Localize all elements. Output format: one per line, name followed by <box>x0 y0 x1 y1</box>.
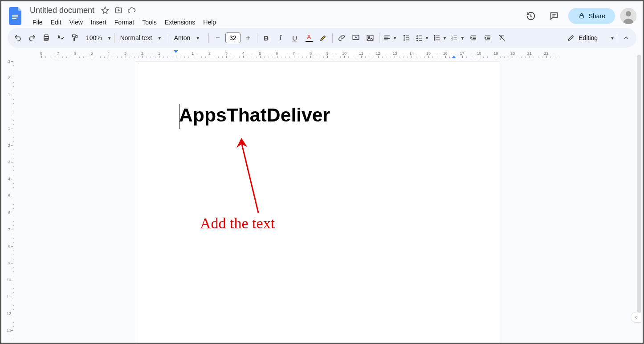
document-text[interactable]: AppsThatDeliver <box>179 104 456 126</box>
vertical-ruler[interactable]: 3211234567891011121314 <box>1 50 16 343</box>
menu-edit[interactable]: Edit <box>47 17 65 28</box>
font-dropdown[interactable]: Anton▼ <box>171 34 206 41</box>
svg-rect-1 <box>12 16 18 17</box>
move-icon[interactable] <box>114 6 123 15</box>
svg-rect-7 <box>45 35 48 36</box>
bullet-list-button[interactable]: ▼ <box>432 31 448 45</box>
menu-insert[interactable]: Insert <box>87 17 110 28</box>
doc-title[interactable]: Untitled document <box>28 5 96 16</box>
style-dropdown[interactable]: Normal text▼ <box>117 34 166 41</box>
align-button[interactable]: ▼ <box>382 31 399 45</box>
cloud-status-icon[interactable] <box>127 6 136 15</box>
menu-view[interactable]: View <box>66 17 86 28</box>
fontsize-input[interactable]: 32 <box>225 32 240 43</box>
header: Untitled document File Edit View Insert … <box>1 1 643 28</box>
bold-button[interactable]: B <box>260 31 273 45</box>
separator <box>168 33 168 43</box>
document-page[interactable]: AppsThatDeliver <box>136 61 499 343</box>
scrollbar-thumb[interactable] <box>637 55 641 313</box>
share-label: Share <box>589 12 605 20</box>
svg-point-15 <box>434 39 435 40</box>
redo-button[interactable] <box>25 31 39 45</box>
annotation-text: Add the text <box>200 215 275 232</box>
share-button[interactable]: Share <box>568 8 615 24</box>
spellcheck-button[interactable] <box>54 31 67 45</box>
horizontal-ruler[interactable]: 8765432112345678910111213141516171819202… <box>16 50 643 58</box>
side-panel-toggle-button[interactable] <box>631 312 641 323</box>
fontsize-increase-button[interactable] <box>241 31 255 45</box>
indent-increase-button[interactable] <box>481 31 494 45</box>
font-value: Anton <box>171 34 194 41</box>
italic-button[interactable]: I <box>274 31 287 45</box>
separator <box>257 33 257 43</box>
svg-rect-3 <box>580 16 583 18</box>
svg-point-14 <box>434 37 435 38</box>
numbered-list-button[interactable]: 123▼ <box>449 31 466 45</box>
avatar[interactable] <box>620 8 636 24</box>
paint-format-button[interactable] <box>68 31 82 45</box>
star-icon[interactable] <box>101 6 110 15</box>
svg-text:3: 3 <box>452 38 453 41</box>
menu-file[interactable]: File <box>29 17 46 28</box>
svg-rect-9 <box>73 35 76 37</box>
editing-mode-dropdown[interactable]: Editing ▼ <box>567 34 615 42</box>
workspace: 3211234567891011121314 87654321123456789… <box>1 50 643 343</box>
fontsize-decrease-button[interactable] <box>211 31 224 45</box>
add-comment-button[interactable] <box>349 31 363 45</box>
annotation-arrow-icon <box>234 137 269 217</box>
zoom-value: 100% <box>82 34 106 41</box>
history-icon[interactable] <box>522 7 540 25</box>
collapse-toolbar-button[interactable] <box>620 31 633 45</box>
highlight-button[interactable] <box>317 31 330 45</box>
menu-tools[interactable]: Tools <box>139 17 160 28</box>
comments-icon[interactable] <box>545 7 563 25</box>
vertical-scrollbar[interactable] <box>637 55 641 313</box>
clear-format-button[interactable] <box>495 31 509 45</box>
menu-help[interactable]: Help <box>200 17 220 28</box>
checklist-button[interactable]: ▼ <box>414 31 431 45</box>
svg-rect-2 <box>12 18 16 19</box>
editing-label: Editing <box>575 34 601 41</box>
separator <box>332 33 333 43</box>
svg-point-5 <box>626 11 631 16</box>
menu-bar: File Edit View Insert Format Tools Exten… <box>28 17 522 28</box>
style-value: Normal text <box>117 34 156 41</box>
separator <box>208 33 209 43</box>
text-color-button[interactable]: A <box>302 31 316 45</box>
svg-rect-0 <box>12 15 18 16</box>
separator <box>114 33 114 43</box>
menu-extensions[interactable]: Extensions <box>161 17 199 28</box>
zoom-dropdown[interactable]: 100%▼ <box>82 34 112 41</box>
svg-rect-11 <box>367 35 373 40</box>
svg-point-13 <box>434 35 435 36</box>
undo-button[interactable] <box>11 31 24 45</box>
canvas-area: 8765432112345678910111213141516171819202… <box>16 50 643 343</box>
docs-logo-icon[interactable] <box>8 8 24 24</box>
line-spacing-button[interactable] <box>399 31 413 45</box>
separator <box>379 33 379 43</box>
print-button[interactable] <box>40 31 53 45</box>
separator <box>617 33 617 43</box>
indent-decrease-button[interactable] <box>467 31 480 45</box>
underline-button[interactable]: U <box>288 31 302 45</box>
link-button[interactable] <box>335 31 348 45</box>
toolbar: 100%▼ Normal text▼ Anton▼ 32 B I U A ▼ ▼… <box>8 28 636 48</box>
image-button[interactable] <box>363 31 377 45</box>
menu-format[interactable]: Format <box>111 17 138 28</box>
